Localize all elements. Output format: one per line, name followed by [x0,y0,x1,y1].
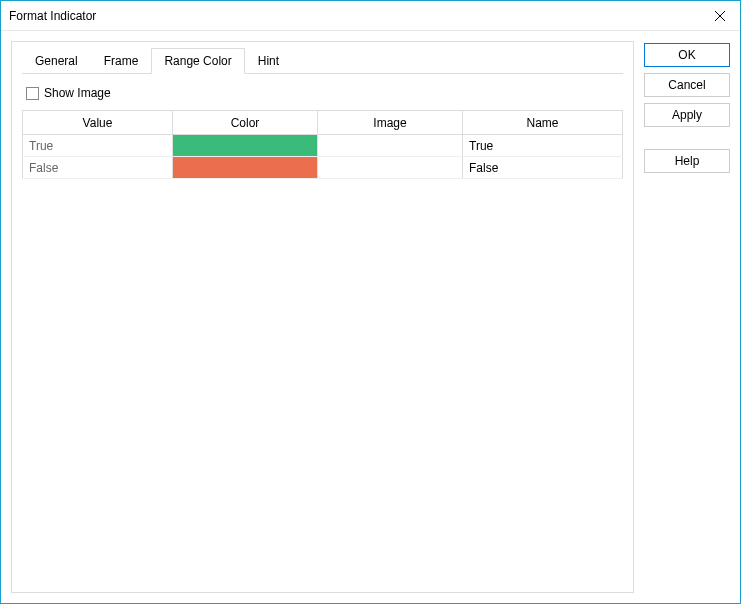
cell-image[interactable] [318,135,463,157]
close-button[interactable] [708,4,732,28]
titlebar: Format Indicator [1,1,740,31]
content-wrapper: General Frame Range Color Hint Show Imag… [1,31,740,603]
cell-name[interactable]: False [463,157,623,179]
table-header-row: Value Color Image Name [23,111,623,135]
cell-color[interactable] [173,157,318,179]
table-row[interactable]: True True [23,135,623,157]
cell-color[interactable] [173,135,318,157]
header-image[interactable]: Image [318,111,463,135]
cell-name[interactable]: True [463,135,623,157]
show-image-row: Show Image [26,86,623,100]
color-swatch [173,135,317,156]
tab-body: Show Image Value Color Image Name True [22,74,623,179]
window-title: Format Indicator [9,9,96,23]
table-row[interactable]: False False [23,157,623,179]
show-image-label: Show Image [44,86,111,100]
cell-image[interactable] [318,157,463,179]
button-panel: OK Cancel Apply Help [644,41,730,593]
range-color-table: Value Color Image Name True [22,110,623,179]
dialog-window: Format Indicator General Frame Range Col… [0,0,741,604]
tab-frame[interactable]: Frame [91,48,152,74]
apply-button[interactable]: Apply [644,103,730,127]
show-image-checkbox[interactable] [26,87,39,100]
header-color[interactable]: Color [173,111,318,135]
ok-button[interactable]: OK [644,43,730,67]
help-button[interactable]: Help [644,149,730,173]
cell-value[interactable]: True [23,135,173,157]
header-name[interactable]: Name [463,111,623,135]
main-panel: General Frame Range Color Hint Show Imag… [11,41,634,593]
tab-hint[interactable]: Hint [245,48,292,74]
tab-underline [22,73,623,74]
cancel-button[interactable]: Cancel [644,73,730,97]
tab-range-color[interactable]: Range Color [151,48,244,74]
cell-value[interactable]: False [23,157,173,179]
button-gap [644,133,730,143]
color-swatch [173,157,317,178]
tab-bar: General Frame Range Color Hint [22,48,623,74]
tab-general[interactable]: General [22,48,91,74]
close-icon [715,11,725,21]
header-value[interactable]: Value [23,111,173,135]
